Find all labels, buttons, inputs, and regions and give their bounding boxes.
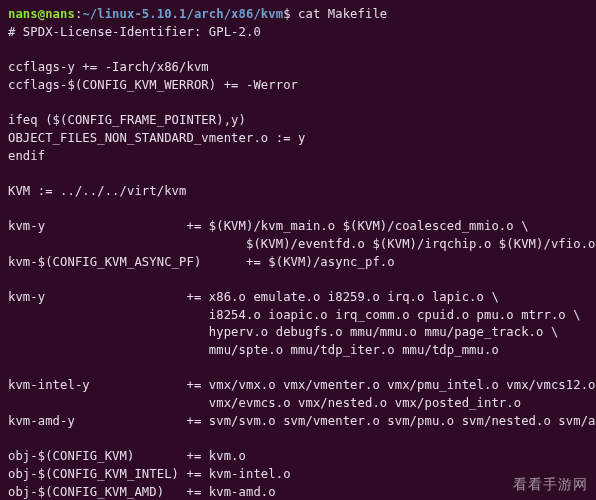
- file-line: [8, 360, 588, 378]
- file-line: $(KVM)/eventfd.o $(KVM)/irqchip.o $(KVM)…: [8, 236, 588, 254]
- file-line: [8, 41, 588, 59]
- file-line: [8, 431, 588, 449]
- file-line: # SPDX-License-Identifier: GPL-2.0: [8, 24, 588, 42]
- file-line: obj-$(CONFIG_KVM_INTEL) += kvm-intel.o: [8, 466, 588, 484]
- file-line: obj-$(CONFIG_KVM) += kvm.o: [8, 448, 588, 466]
- file-line: ifeq ($(CONFIG_FRAME_POINTER),y): [8, 112, 588, 130]
- file-line: i8254.o ioapic.o irq_comm.o cpuid.o pmu.…: [8, 307, 588, 325]
- prompt-path: ~/linux-5.10.1/arch/x86/kvm: [82, 7, 283, 21]
- file-line: endif: [8, 148, 588, 166]
- file-line: [8, 165, 588, 183]
- file-line: obj-$(CONFIG_KVM_AMD) += kvm-amd.o: [8, 484, 588, 500]
- command-text: cat Makefile: [298, 7, 387, 21]
- prompt-line: nans@nans:~/linux-5.10.1/arch/x86/kvm$ c…: [8, 6, 588, 24]
- file-line: hyperv.o debugfs.o mmu/mmu.o mmu/page_tr…: [8, 324, 588, 342]
- file-line: kvm-$(CONFIG_KVM_ASYNC_PF) += $(KVM)/asy…: [8, 254, 588, 272]
- file-line: ccflags-y += -Iarch/x86/kvm: [8, 59, 588, 77]
- terminal-output[interactable]: nans@nans:~/linux-5.10.1/arch/x86/kvm$ c…: [0, 0, 596, 500]
- file-line: vmx/evmcs.o vmx/nested.o vmx/posted_intr…: [8, 395, 588, 413]
- file-line: [8, 271, 588, 289]
- file-line: mmu/spte.o mmu/tdp_iter.o mmu/tdp_mmu.o: [8, 342, 588, 360]
- file-line: kvm-amd-y += svm/svm.o svm/vmenter.o svm…: [8, 413, 588, 431]
- file-line: KVM := ../../../virt/kvm: [8, 183, 588, 201]
- file-line: ccflags-$(CONFIG_KVM_WERROR) += -Werror: [8, 77, 588, 95]
- file-line: kvm-intel-y += vmx/vmx.o vmx/vmenter.o v…: [8, 377, 588, 395]
- file-line: [8, 201, 588, 219]
- file-line: kvm-y += x86.o emulate.o i8259.o irq.o l…: [8, 289, 588, 307]
- prompt-user-host: nans@nans: [8, 7, 75, 21]
- file-line: OBJECT_FILES_NON_STANDARD_vmenter.o := y: [8, 130, 588, 148]
- file-content: # SPDX-License-Identifier: GPL-2.0 ccfla…: [8, 24, 588, 500]
- file-line: [8, 94, 588, 112]
- file-line: kvm-y += $(KVM)/kvm_main.o $(KVM)/coales…: [8, 218, 588, 236]
- prompt-dollar: $: [283, 7, 298, 21]
